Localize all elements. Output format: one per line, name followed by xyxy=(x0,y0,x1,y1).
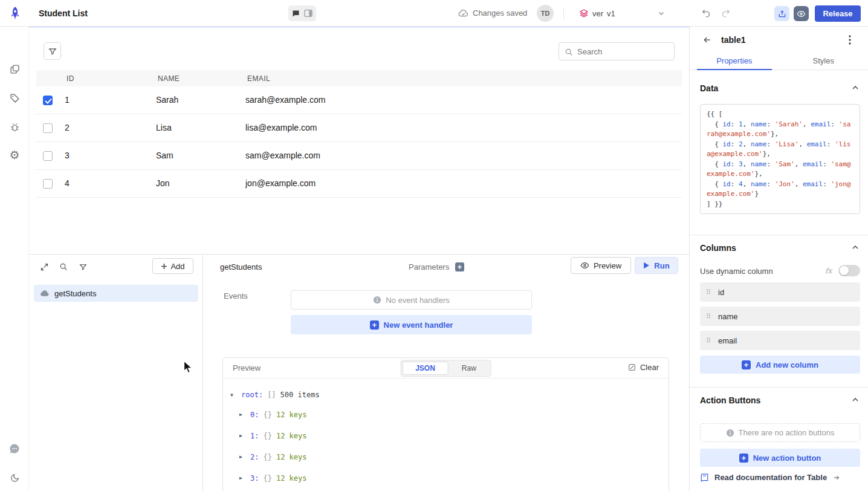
query-preview-button[interactable]: Preview xyxy=(571,257,631,274)
add-query-label: Add xyxy=(170,262,184,271)
cell-name: Jon xyxy=(156,178,170,188)
pages-icon[interactable] xyxy=(7,62,22,76)
tag-icon[interactable] xyxy=(7,91,22,105)
table-body: 1 Sarah sarah@example.com 2 Lisa lisa@ex… xyxy=(36,86,682,198)
plus-square-icon xyxy=(370,320,379,330)
json-node[interactable]: ▶ 2: {} 12 keys xyxy=(239,446,669,467)
column-header-name[interactable]: NAME xyxy=(158,74,180,83)
table-search-input[interactable] xyxy=(559,43,674,60)
caret-right-icon[interactable]: ▶ xyxy=(239,475,246,481)
json-node[interactable]: ▶ 0: {} 12 keys xyxy=(239,404,669,425)
query-list-item-getstudents[interactable]: getStudents xyxy=(34,285,198,302)
gear-icon[interactable]: ⚙ xyxy=(7,148,22,162)
preview-app-button[interactable] xyxy=(794,6,809,21)
moon-theme-icon[interactable] xyxy=(7,470,22,485)
query-run-button[interactable]: Run xyxy=(635,257,678,274)
row-checkbox[interactable] xyxy=(43,123,53,133)
table-row[interactable]: 3 Sam sam@example.com xyxy=(36,142,682,170)
tab-json[interactable]: JSON xyxy=(402,362,449,375)
search-queries-icon[interactable] xyxy=(57,260,70,273)
version-selector[interactable]: ver v1 xyxy=(579,7,615,20)
new-action-button[interactable]: New action button xyxy=(700,449,860,467)
cell-email: sam@example.com xyxy=(245,151,320,160)
table-row[interactable]: 1 Sarah sarah@example.com xyxy=(36,86,682,114)
topbar-divider xyxy=(563,7,564,19)
drag-handle-icon[interactable]: ⠿ xyxy=(706,337,711,345)
widget-name[interactable]: table1 xyxy=(721,35,745,45)
eye-icon xyxy=(797,10,806,18)
chevron-down-icon[interactable] xyxy=(658,10,665,17)
column-header-id[interactable]: ID xyxy=(66,74,74,83)
clear-response-button[interactable]: Clear xyxy=(628,363,659,372)
share-button[interactable] xyxy=(774,6,789,21)
drag-handle-icon[interactable]: ⠿ xyxy=(706,288,711,296)
cell-email: lisa@example.com xyxy=(245,123,317,132)
tab-raw[interactable]: Raw xyxy=(449,362,490,375)
json-node[interactable]: ▶ 1: {} 12 keys xyxy=(239,425,669,446)
table-filter-button[interactable] xyxy=(44,42,61,60)
left-icon-rail: ⚙ xyxy=(0,27,29,491)
column-item-email[interactable]: ⠿ email xyxy=(700,331,860,350)
filter-queries-icon[interactable] xyxy=(76,260,89,273)
canvas-mode-toggle[interactable] xyxy=(288,5,316,21)
table-data-code-editor[interactable]: {{ [ { id: 1, name: 'Sarah', email: 'sar… xyxy=(700,104,860,214)
row-checkbox[interactable] xyxy=(43,151,53,161)
column-item-name[interactable]: ⠿ name xyxy=(700,307,860,326)
user-avatar[interactable]: TD xyxy=(537,5,554,22)
bug-icon[interactable] xyxy=(7,120,22,134)
use-dynamic-column-toggle[interactable] xyxy=(838,265,860,276)
section-data-header[interactable]: Data xyxy=(700,83,718,93)
add-column-label: Add new column xyxy=(756,360,818,369)
caret-down-icon[interactable]: ▼ xyxy=(230,392,237,398)
expand-panel-icon[interactable] xyxy=(37,260,51,273)
add-parameter-button[interactable] xyxy=(455,262,464,272)
add-new-column-button[interactable]: Add new column xyxy=(700,356,860,374)
read-documentation-link[interactable]: Read documentation for Table xyxy=(700,473,841,482)
caret-right-icon[interactable]: ▶ xyxy=(239,454,246,460)
query-list-panel: Add getStudents xyxy=(29,255,203,491)
cloud-check-icon xyxy=(458,9,468,18)
new-handler-label: New event handler xyxy=(384,320,453,330)
save-status: Changes saved xyxy=(458,8,527,18)
section-action-buttons-header[interactable]: Action Buttons xyxy=(700,395,760,405)
app-logo[interactable] xyxy=(7,5,24,22)
json-node[interactable]: ▶ 3: {} 12 keys xyxy=(239,467,669,489)
column-item-label: id xyxy=(718,288,724,297)
query-title[interactable]: getStudents xyxy=(220,262,262,272)
column-item-id[interactable]: ⠿ id xyxy=(700,282,860,302)
column-header-email[interactable]: EMAIL xyxy=(247,74,270,83)
response-header: Preview JSON Raw Clear xyxy=(223,358,669,379)
collapse-caret-icon[interactable] xyxy=(852,398,858,402)
row-checkbox[interactable] xyxy=(43,179,53,189)
table-row[interactable]: 2 Lisa lisa@example.com xyxy=(36,114,682,142)
canvas-top-highlight xyxy=(29,27,689,28)
collapse-caret-icon[interactable] xyxy=(852,246,858,249)
comment-mode-icon[interactable] xyxy=(291,9,300,18)
rocket-icon xyxy=(7,5,23,21)
release-button[interactable]: Release xyxy=(815,5,861,22)
back-arrow-icon[interactable] xyxy=(701,33,714,47)
caret-right-icon[interactable]: ▶ xyxy=(239,433,246,438)
collapse-caret-icon[interactable] xyxy=(852,86,858,89)
redo-button[interactable] xyxy=(721,8,731,18)
table-row[interactable]: 4 Jon jon@example.com xyxy=(36,170,682,198)
pane-layout-icon[interactable] xyxy=(303,8,313,18)
tab-properties[interactable]: Properties xyxy=(690,52,779,70)
plus-square-icon xyxy=(742,360,751,369)
plus-icon xyxy=(457,264,462,270)
tab-styles[interactable]: Styles xyxy=(779,52,868,70)
doc-link-label: Read documentation for Table xyxy=(714,473,827,482)
json-tree: ▼ root: [] 500 items ▶ 0: {} 12 keys ▶ 1… xyxy=(223,379,669,489)
fx-binding-icon[interactable]: fx xyxy=(825,267,832,275)
add-query-button[interactable]: Add xyxy=(152,258,193,274)
help-chat-icon[interactable] xyxy=(7,441,22,456)
row-checkbox[interactable] xyxy=(43,96,53,105)
json-root-node[interactable]: ▼ root: [] 500 items xyxy=(230,386,669,404)
kebab-menu-icon[interactable] xyxy=(843,34,857,45)
drag-handle-icon[interactable]: ⠿ xyxy=(706,313,711,320)
undo-button[interactable] xyxy=(701,8,711,18)
section-columns-header[interactable]: Columns xyxy=(700,243,736,253)
caret-right-icon[interactable]: ▶ xyxy=(239,412,246,417)
query-panel: Add getStudents getStudents Parameters P… xyxy=(29,254,689,491)
new-event-handler-button[interactable]: New event handler xyxy=(291,315,532,334)
